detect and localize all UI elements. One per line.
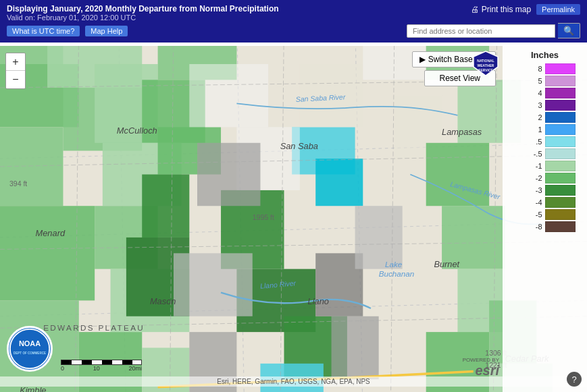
- legend-color-box: [545, 221, 576, 232]
- scale-label-20: 20mi: [128, 365, 142, 372]
- esri-logo: POWERED BY esri: [463, 357, 499, 379]
- svg-text:McCulloch: McCulloch: [117, 125, 157, 136]
- svg-text:Llano: Llano: [308, 296, 329, 306]
- svg-text:Mason: Mason: [150, 296, 176, 306]
- legend-row: 2: [515, 112, 576, 123]
- legend-color-box: [545, 197, 576, 208]
- svg-rect-48: [332, 316, 379, 379]
- legend-color-box: [545, 136, 576, 147]
- legend-color-box: [545, 63, 576, 74]
- zoom-out-button[interactable]: −: [6, 71, 25, 88]
- legend-label: 3: [522, 101, 542, 109]
- nws-shield: NATIONAL WEATHER SERVICE: [472, 50, 499, 77]
- color-scale: 854321.5-.5-1-2-3-4-5-8: [515, 63, 576, 233]
- svg-text:Buchanan: Buchanan: [379, 269, 415, 278]
- legend-color-box: [545, 148, 576, 159]
- zoom-in-button[interactable]: +: [6, 53, 25, 71]
- svg-text:NOAA: NOAA: [19, 339, 41, 347]
- legend-row: -1: [515, 161, 576, 171]
- noaa-logo: NOAA DEPT OF COMMERCE: [7, 326, 53, 372]
- header-right: 🖨 Print this map Permalink: [471, 4, 580, 15]
- zoom-controls: + −: [5, 53, 26, 89]
- header-valid: Valid on: February 01, 2020 12:00 UTC: [7, 13, 279, 22]
- search-input[interactable]: [407, 24, 555, 38]
- svg-rect-31: [189, 64, 268, 127]
- legend-color-box: [545, 88, 576, 99]
- legend-color-box: [545, 100, 576, 111]
- triangle-icon: ▶: [419, 55, 426, 64]
- legend-row: -5: [515, 209, 576, 220]
- legend-color-box: [545, 76, 576, 86]
- svg-text:1995 ft: 1995 ft: [253, 213, 274, 221]
- printer-icon: 🖨: [471, 5, 479, 14]
- legend-color-box: [545, 185, 576, 196]
- legend-label: 8: [522, 65, 542, 73]
- svg-text:Menard: Menard: [36, 228, 66, 238]
- legend-row: -.5: [515, 148, 576, 159]
- svg-text:Burnet: Burnet: [434, 259, 460, 269]
- legend-row: .5: [515, 136, 576, 147]
- legend-row: -3: [515, 185, 576, 196]
- utc-time-button[interactable]: What is UTC time?: [7, 26, 80, 36]
- map-area[interactable]: 290 McCulloch San Saba Lampasas Menard M…: [0, 46, 587, 392]
- legend-label: -3: [522, 186, 542, 194]
- header-text: Displaying January, 2020 Monthly Departu…: [7, 4, 279, 22]
- header-links: What is UTC time? Map Help: [7, 26, 128, 36]
- legend-label: -8: [522, 223, 542, 231]
- svg-text:394 ft: 394 ft: [9, 179, 27, 188]
- print-button[interactable]: 🖨 Print this map: [471, 5, 531, 14]
- legend-label: -1: [522, 162, 542, 170]
- legend-row: 8: [515, 63, 576, 74]
- legend-label: 4: [522, 89, 542, 97]
- search-row: 🔍: [407, 23, 580, 38]
- svg-text:NATIONAL: NATIONAL: [477, 59, 494, 63]
- header-title-row: Displaying January, 2020 Monthly Departu…: [7, 4, 580, 22]
- help-button[interactable]: ?: [567, 372, 582, 387]
- svg-text:DEPT OF COMMERCE: DEPT OF COMMERCE: [14, 352, 46, 355]
- legend-label: 5: [522, 77, 542, 85]
- map-terrain: 290 McCulloch San Saba Lampasas Menard M…: [0, 46, 587, 392]
- legend-label: -4: [522, 198, 542, 206]
- legend-row: 1: [515, 124, 576, 135]
- scale-bar-line: 0 10 20mi: [61, 360, 142, 372]
- header-title: Displaying January, 2020 Monthly Departu…: [7, 4, 279, 13]
- svg-text:WEATHER: WEATHER: [478, 63, 494, 67]
- map-container: Displaying January, 2020 Monthly Departu…: [0, 0, 587, 392]
- legend-label: -.5: [522, 150, 542, 158]
- legend-color-box: [545, 124, 576, 135]
- svg-text:San Saba: San Saba: [280, 141, 318, 151]
- header-bar: Displaying January, 2020 Monthly Departu…: [0, 0, 587, 43]
- scale-bar-ruler: [61, 360, 142, 365]
- svg-rect-23: [142, 175, 189, 237]
- svg-rect-29: [315, 159, 363, 206]
- scale-bar-labels: 0 10 20mi: [61, 365, 142, 372]
- svg-rect-44: [197, 143, 260, 206]
- legend-row: 3: [515, 100, 576, 111]
- svg-text:EDWARDS PLATEAU: EDWARDS PLATEAU: [43, 323, 145, 332]
- scale-bar: 0 10 20mi: [61, 360, 142, 372]
- map-help-button[interactable]: Map Help: [85, 26, 128, 36]
- svg-text:Lampasas: Lampasas: [442, 127, 482, 137]
- svg-rect-45: [174, 253, 253, 316]
- legend-color-box: [545, 209, 576, 220]
- legend: Inches 854321.5-.5-1-2-3-4-5-8: [503, 46, 587, 392]
- scale-label-10: 10: [93, 365, 100, 372]
- legend-row: 5: [515, 76, 576, 86]
- legend-label: 2: [522, 113, 542, 121]
- svg-rect-12: [0, 206, 95, 300]
- legend-row: 4: [515, 88, 576, 99]
- legend-color-box: [545, 173, 576, 184]
- svg-text:Lake: Lake: [385, 260, 403, 269]
- svg-point-86: [10, 329, 49, 368]
- permalink-button[interactable]: Permalink: [536, 4, 580, 15]
- scale-label-0: 0: [61, 365, 64, 372]
- legend-color-box: [545, 112, 576, 123]
- legend-row: -8: [515, 221, 576, 232]
- search-button[interactable]: 🔍: [558, 23, 580, 38]
- legend-title: Inches: [531, 50, 559, 60]
- attribution-bar: Esri, HERE, Garmin, FAO, USGS, NGA, EPA,…: [0, 376, 587, 387]
- legend-label: .5: [522, 138, 542, 146]
- legend-label: 1: [522, 125, 542, 134]
- header-bottom-row: What is UTC time? Map Help 🔍: [7, 23, 580, 38]
- esri-powered-text: POWERED BY: [463, 357, 499, 363]
